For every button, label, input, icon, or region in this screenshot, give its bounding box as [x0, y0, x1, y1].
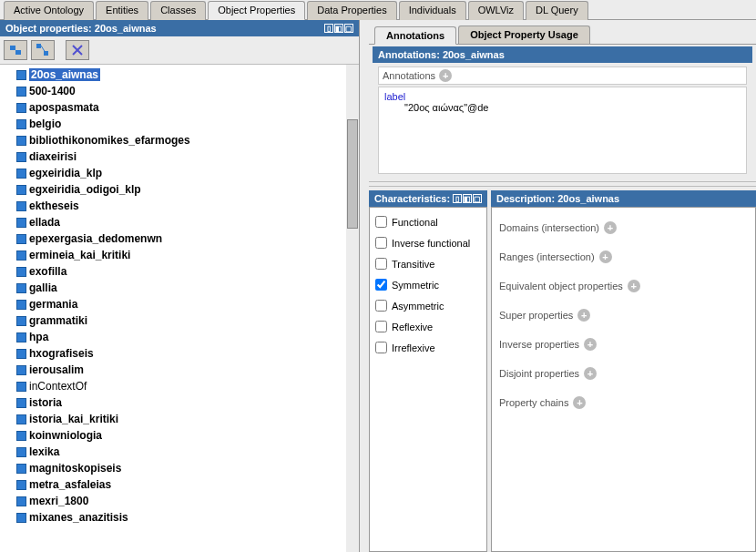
add-description-button[interactable]: + [584, 367, 597, 380]
add-description-button[interactable]: + [628, 280, 640, 292]
tree-item[interactable]: gallia [16, 280, 346, 296]
left-toolbar [0, 36, 359, 65]
description-section: Disjoint properties+ [499, 359, 748, 388]
tree-item[interactable]: bibliothikonomikes_efarmoges [16, 132, 346, 148]
tree-item[interactable]: apospasmata [16, 99, 346, 116]
characteristic-checkbox-transitive[interactable] [375, 258, 387, 270]
tree-item[interactable]: epexergasia_dedomenwn [16, 230, 346, 247]
tree-item-label: istoria [29, 396, 62, 409]
characteristic-checkbox-irreflexive[interactable] [375, 342, 387, 353]
add-description-button[interactable]: + [584, 338, 597, 351]
property-icon [16, 316, 26, 326]
tree-item[interactable]: grammatiki [16, 312, 346, 329]
description-section-label: Disjoint properties [499, 368, 579, 379]
annotations-title: Annotations: 20os_aiwnas [378, 49, 505, 60]
property-icon [16, 267, 26, 277]
add-description-button[interactable]: + [604, 221, 617, 234]
tab-owlviz[interactable]: OWLViz [468, 1, 524, 20]
tree-item[interactable]: magnitoskopiseis [16, 460, 346, 476]
tree-item[interactable]: hpa [16, 329, 346, 345]
char-view2-icon[interactable]: ◧ [463, 194, 472, 203]
tree-item[interactable]: ektheseis [16, 198, 346, 214]
property-icon [16, 300, 26, 310]
titlebar-close-icon[interactable]: ▢ [344, 24, 353, 33]
property-tree[interactable]: 20os_aiwnas500-1400apospasmatabelgiobibl… [0, 65, 346, 552]
tree-item-label: mexri_1800 [29, 495, 88, 507]
tree-item[interactable]: belgio [16, 116, 346, 132]
tree-item[interactable]: diaxeirisi [16, 148, 346, 165]
characteristic-checkbox-inverse-functional[interactable] [375, 237, 387, 249]
horizontal-splitter[interactable] [369, 181, 756, 187]
add-sibling-button[interactable] [4, 40, 27, 60]
property-icon [16, 447, 26, 457]
tree-item[interactable]: istoria [16, 394, 346, 411]
tree-item[interactable]: ermineia_kai_kritiki [16, 247, 346, 263]
scrollbar-thumb[interactable] [347, 119, 358, 229]
tree-item-label: bibliothikonomikes_efarmoges [29, 134, 190, 147]
char-close-icon[interactable]: ▢ [473, 194, 482, 203]
tree-item[interactable]: germania [16, 296, 346, 312]
add-description-button[interactable]: + [577, 309, 590, 322]
tree-item-label: mixanes_anazitisis [29, 511, 128, 524]
characteristic-label: Irreflexive [392, 342, 435, 353]
titlebar-view2-icon[interactable]: ◧ [334, 24, 343, 33]
tree-item[interactable]: mixanes_anazitisis [16, 509, 346, 526]
tree-item-label: germania [29, 298, 77, 311]
add-description-button[interactable]: + [599, 250, 612, 263]
tree-item-label: ermineia_kai_kritiki [29, 249, 130, 261]
characteristic-label: Inverse functional [392, 238, 470, 249]
tree-item[interactable]: mexri_1800 [16, 493, 346, 509]
tree-item[interactable]: egxeiridia_odigoi_klp [16, 181, 346, 198]
property-icon [16, 70, 26, 80]
add-description-button[interactable]: + [573, 396, 586, 409]
characteristic-checkbox-reflexive[interactable] [375, 321, 387, 332]
add-annotation-button[interactable]: + [439, 69, 452, 82]
tree-item[interactable]: ierousalim [16, 362, 346, 378]
tab-entities[interactable]: Entities [96, 1, 148, 20]
tree-item[interactable]: exofilla [16, 263, 346, 280]
titlebar-controls: ▯ ◧ ▢ [324, 24, 353, 33]
tab-active-ontology[interactable]: Active Ontology [4, 1, 94, 20]
property-icon [16, 496, 26, 506]
tree-item-label: metra_asfaleias [29, 478, 111, 491]
characteristic-checkbox-functional[interactable] [375, 216, 387, 228]
delete-button[interactable] [66, 40, 89, 60]
property-icon [16, 136, 26, 146]
characteristic-checkbox-symmetric[interactable] [375, 279, 387, 291]
subtab-object-property-usage[interactable]: Object Property Usage [458, 26, 590, 44]
property-icon [16, 382, 26, 392]
tree-item[interactable]: koinwniologia [16, 427, 346, 444]
tree-item[interactable]: 500-1400 [16, 83, 346, 99]
tree-item[interactable]: egxeiridia_klp [16, 165, 346, 181]
tree-item[interactable]: lexika [16, 444, 346, 460]
tree-item[interactable]: metra_asfaleias [16, 476, 346, 493]
svg-rect-2 [36, 44, 41, 48]
left-scrollbar[interactable] [346, 65, 359, 552]
tree-item-label: apospasmata [29, 101, 99, 114]
tree-item[interactable]: 20os_aiwnas [16, 66, 346, 83]
characteristic-row: Reflexive [373, 316, 483, 337]
titlebar-view1-icon[interactable]: ▯ [324, 24, 333, 33]
characteristic-checkbox-asymmetric[interactable] [375, 300, 387, 312]
add-child-button[interactable] [31, 40, 55, 60]
tree-item[interactable]: istoria_kai_kritiki [16, 411, 346, 427]
characteristics-panel: Characteristics: ▯ ◧ ▢ FunctionalInverse… [369, 190, 487, 552]
tab-object-properties[interactable]: Object Properties [208, 1, 305, 20]
annotation-key[interactable]: label [384, 91, 741, 102]
tree-item-label: egxeiridia_odigoi_klp [29, 183, 141, 196]
description-section-label: Inverse properties [499, 339, 579, 350]
tab-dl-query[interactable]: DL Query [526, 1, 588, 20]
tab-individuals[interactable]: Individuals [399, 1, 466, 20]
tree-item[interactable]: ellada [16, 214, 346, 230]
tree-item[interactable]: inContextOf [16, 378, 346, 394]
description-section-label: Ranges (intersection) [499, 251, 595, 262]
property-icon [16, 119, 26, 129]
vertical-splitter[interactable] [360, 20, 369, 552]
subtab-annotations[interactable]: Annotations [374, 26, 456, 45]
tree-item-label: 500-1400 [29, 85, 76, 97]
tab-data-properties[interactable]: Data Properties [307, 1, 396, 20]
char-view1-icon[interactable]: ▯ [453, 194, 462, 203]
characteristics-body: FunctionalInverse functionalTransitiveSy… [369, 207, 487, 552]
tab-classes[interactable]: Classes [150, 1, 206, 20]
tree-item[interactable]: hxografiseis [16, 345, 346, 362]
